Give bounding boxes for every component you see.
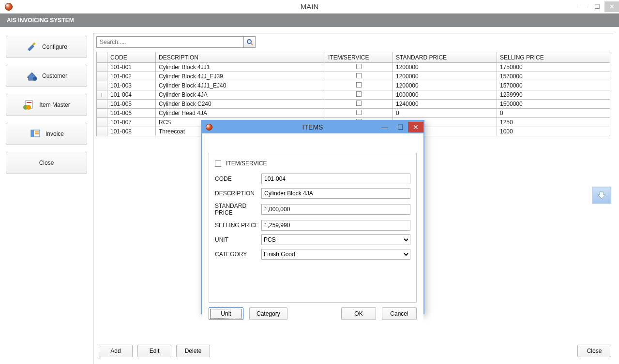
col-code[interactable]: CODE <box>107 52 156 63</box>
cell-itemservice[interactable] <box>325 72 393 81</box>
cell-description[interactable]: Cylinder Block 4JJ1_EJ40 <box>156 81 325 90</box>
code-input[interactable] <box>261 174 410 184</box>
cell-code[interactable]: 101-005 <box>107 100 156 109</box>
col-description[interactable]: DESCRIPTION <box>156 52 325 63</box>
category-select[interactable]: Finish Good <box>261 249 410 260</box>
table-row[interactable]: 101-001Cylinder Block 4JJ112000001750000 <box>97 63 610 72</box>
cell-code[interactable]: 101-006 <box>107 109 156 118</box>
cell-selling[interactable]: 1250 <box>497 118 610 127</box>
table-row[interactable]: I101-004Cylinder Block 4JA10000001259990 <box>97 90 610 100</box>
cancel-button[interactable]: Cancel <box>382 307 417 320</box>
invoice-button[interactable]: Invoice <box>6 123 87 145</box>
maximize-button[interactable]: ☐ <box>590 1 604 12</box>
main-titlebar: MAIN — ☐ ✕ <box>0 0 619 14</box>
cell-code[interactable]: 101-001 <box>107 63 156 72</box>
cell-code[interactable]: 101-002 <box>107 72 156 81</box>
window-controls: — ☐ ✕ <box>575 1 619 12</box>
row-marker <box>97 81 107 90</box>
cell-selling[interactable]: 1500000 <box>497 100 610 109</box>
col-selling[interactable]: SELLING PRICE <box>497 52 610 63</box>
table-row[interactable]: 101-006Cylinder Head 4JA00 <box>97 109 610 118</box>
cell-itemservice[interactable] <box>325 109 393 118</box>
col-standard[interactable]: STANDARD PRICE <box>393 52 497 63</box>
cell-code[interactable]: 101-003 <box>107 81 156 90</box>
search-button[interactable] <box>244 36 256 48</box>
itemmaster-button[interactable]: Item Master <box>6 94 87 116</box>
standardprice-label: STANDARD PRICE <box>215 203 261 216</box>
ok-button[interactable]: OK <box>341 307 376 320</box>
checkbox-icon[interactable] <box>356 101 362 106</box>
customer-label: Customer <box>42 73 67 79</box>
cell-selling[interactable]: 1750000 <box>497 63 610 72</box>
cell-itemservice[interactable] <box>325 100 393 109</box>
dialog-maximize-button[interactable]: ☐ <box>393 122 408 132</box>
cell-selling[interactable]: 1570000 <box>497 81 610 90</box>
table-row[interactable]: 101-003Cylinder Block 4JJ1_EJ40120000015… <box>97 81 610 90</box>
cell-code[interactable]: 101-004 <box>107 90 156 100</box>
minimize-button[interactable]: — <box>575 1 590 12</box>
svg-point-10 <box>247 40 251 44</box>
configure-icon <box>26 42 38 52</box>
checkbox-icon[interactable] <box>356 91 362 97</box>
delete-button[interactable]: Delete <box>176 345 210 357</box>
add-button[interactable]: Add <box>99 345 133 357</box>
itemservice-checkbox[interactable] <box>215 160 221 167</box>
checkbox-icon[interactable] <box>356 82 362 87</box>
table-row[interactable]: 101-002Cylinder Block 4JJ_EJ391200000157… <box>97 72 610 81</box>
table-row[interactable]: 101-005Cylinder Block C24012400001500000 <box>97 100 610 109</box>
cell-standard[interactable]: 1000000 <box>393 90 497 100</box>
unit-select[interactable]: PCS <box>261 234 410 245</box>
scroll-down-button[interactable] <box>592 187 611 204</box>
unit-button[interactable]: Unit <box>209 307 243 320</box>
app-title: AIS INVOICING SYSTEM <box>7 17 74 24</box>
dialog-titlebar[interactable]: ITEMS — ☐ ✕ <box>202 121 423 133</box>
code-label: CODE <box>215 175 261 182</box>
cell-selling[interactable]: 1570000 <box>497 72 610 81</box>
itemservice-label: ITEM/SERVICE <box>226 160 267 167</box>
cell-itemservice[interactable] <box>325 90 393 100</box>
cell-standard[interactable]: 1200000 <box>393 72 497 81</box>
description-input[interactable] <box>261 188 410 199</box>
col-itemservice[interactable]: ITEM/SERVICE <box>325 52 393 63</box>
cell-itemservice[interactable] <box>325 63 393 72</box>
rowheader-col <box>97 52 107 63</box>
close-window-button[interactable]: ✕ <box>604 1 619 12</box>
dialog-close-button[interactable]: ✕ <box>408 122 423 132</box>
checkbox-icon[interactable] <box>356 73 362 78</box>
dialog-app-icon <box>206 124 212 131</box>
cell-code[interactable]: 101-008 <box>107 127 156 136</box>
cell-standard[interactable]: 1200000 <box>393 63 497 72</box>
app-icon <box>5 3 13 11</box>
search-input[interactable] <box>96 36 244 48</box>
sidebar-close-button[interactable]: Close <box>6 152 87 174</box>
sellingprice-input[interactable] <box>261 220 410 231</box>
cell-standard[interactable]: 1240000 <box>393 100 497 109</box>
checkbox-icon[interactable] <box>356 110 362 115</box>
cell-standard[interactable]: 1200000 <box>393 81 497 90</box>
search-icon <box>246 39 253 45</box>
customer-button[interactable]: Customer <box>6 65 87 87</box>
cell-selling[interactable]: 1259990 <box>497 90 610 100</box>
cell-standard[interactable]: 0 <box>393 109 497 118</box>
edit-button[interactable]: Edit <box>137 345 171 357</box>
configure-button[interactable]: Configure <box>6 36 87 58</box>
checkbox-icon[interactable] <box>356 64 362 69</box>
close-button[interactable]: Close <box>577 345 611 357</box>
cell-description[interactable]: Cylinder Block 4JA <box>156 90 325 100</box>
items-dialog: ITEMS — ☐ ✕ ITEM/SERVICE CODE DESCRIPTIO… <box>201 120 424 314</box>
cell-description[interactable]: Cylinder Block C240 <box>156 100 325 109</box>
cell-description[interactable]: Cylinder Head 4JA <box>156 109 325 118</box>
row-marker <box>97 118 107 127</box>
cell-description[interactable]: Cylinder Block 4JJ1 <box>156 63 325 72</box>
standardprice-input[interactable] <box>261 204 410 215</box>
dialog-minimize-button[interactable]: — <box>377 122 393 132</box>
cell-description[interactable]: Cylinder Block 4JJ_EJ39 <box>156 72 325 81</box>
dialog-button-row: Unit Category OK Cancel <box>209 307 417 320</box>
cell-selling[interactable]: 0 <box>497 109 610 118</box>
invoice-icon <box>29 129 42 139</box>
sidebar: Configure Customer Item Master Invoice C… <box>0 27 93 364</box>
category-button[interactable]: Category <box>249 307 287 320</box>
cell-selling[interactable]: 1000 <box>497 127 610 136</box>
cell-itemservice[interactable] <box>325 81 393 90</box>
cell-code[interactable]: 101-007 <box>107 118 156 127</box>
